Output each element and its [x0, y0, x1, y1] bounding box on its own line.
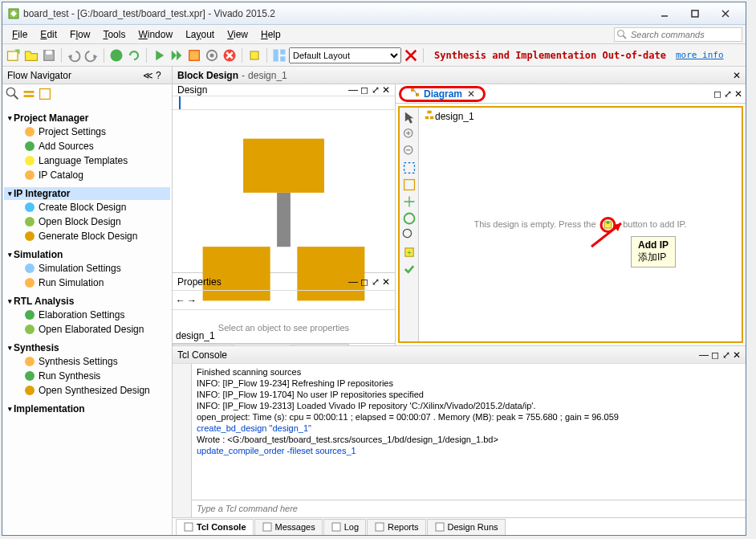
svg-point-74 — [404, 214, 414, 224]
help-icon[interactable]: ? — [156, 70, 167, 81]
log-line: Wrote : <G:/board_test/board_test.srcs/s… — [197, 434, 741, 445]
minimize-icon[interactable]: — — [348, 276, 358, 288]
nav-item[interactable]: Elaboration Settings — [4, 308, 170, 322]
menu-edit[interactable]: Edit — [34, 27, 63, 42]
nav-item[interactable]: Open Block Design — [4, 214, 170, 229]
cancel-run-icon[interactable] — [222, 47, 238, 63]
select-area-icon[interactable] — [402, 178, 417, 192]
maximize-icon[interactable]: ⤢ — [372, 276, 380, 288]
nav-item[interactable]: Project Settings — [4, 125, 170, 139]
gen-bitstream-icon[interactable] — [186, 47, 202, 63]
nav-item[interactable]: Add Sources — [4, 139, 170, 153]
ip-icon[interactable] — [246, 47, 262, 63]
search-commands[interactable] — [614, 27, 742, 42]
restore-icon[interactable]: ◻ — [360, 84, 368, 96]
zoom-fit-icon[interactable] — [402, 161, 417, 175]
menu-window[interactable]: Window — [132, 27, 179, 42]
nav-group[interactable]: ▾ Project Manager — [4, 112, 170, 125]
nav-group[interactable]: ▾ Simulation — [4, 248, 170, 261]
bottom-tab[interactable]: Tcl Console — [176, 519, 254, 535]
nav-item[interactable]: Run Simulation — [4, 276, 170, 290]
auto-fit-icon[interactable] — [402, 194, 417, 209]
minimize-button[interactable] — [649, 5, 680, 22]
nav-item[interactable]: Generate Block Design — [4, 229, 170, 243]
svg-point-39 — [25, 217, 35, 227]
menu-layout[interactable]: Layout — [179, 27, 221, 42]
menu-help[interactable]: Help — [254, 27, 287, 42]
expand-icon[interactable] — [38, 87, 52, 101]
tcl-log[interactable]: Finished scanning sourcesINFO: [IP_Flow … — [192, 364, 746, 500]
add-ip-icon[interactable]: + — [402, 245, 417, 259]
restore-icon[interactable]: ◻ — [711, 349, 719, 361]
maximize-icon[interactable]: ⤢ — [372, 84, 380, 96]
forward-icon[interactable]: → — [187, 295, 197, 306]
menu-flow[interactable]: Flow — [63, 27, 96, 42]
menu-view[interactable]: View — [221, 27, 254, 42]
nav-item[interactable]: Run Synthesis — [4, 369, 170, 383]
new-project-icon[interactable] — [6, 47, 22, 63]
close-icon[interactable]: ✕ — [382, 276, 390, 288]
bottom-tab[interactable]: Reports — [367, 519, 426, 535]
tcl-input[interactable] — [192, 500, 746, 517]
diagram-tab[interactable]: Diagram ✕ — [399, 86, 486, 102]
zoom-in-icon[interactable] — [402, 127, 417, 141]
close-button[interactable] — [710, 5, 741, 22]
diagram-canvas[interactable]: design_1 This design is empty. Press the… — [419, 108, 742, 341]
more-info-link[interactable]: more info — [676, 50, 724, 60]
minimize-icon[interactable]: — — [348, 84, 358, 96]
search-icon[interactable] — [402, 228, 417, 243]
nav-group[interactable]: ▾ Synthesis — [4, 341, 170, 354]
save-icon[interactable] — [41, 47, 57, 63]
nav-item[interactable]: Synthesis Settings — [4, 354, 170, 369]
close-icon[interactable]: ✕ — [733, 349, 741, 361]
menu-file[interactable]: File — [6, 27, 34, 42]
zoom-out-icon[interactable] — [402, 144, 417, 158]
nav-item[interactable]: Language Templates — [4, 153, 170, 168]
back-icon[interactable]: ← — [176, 295, 185, 306]
item-icon — [23, 169, 36, 182]
nav-group[interactable]: ▾ RTL Analysis — [4, 295, 170, 308]
tree-view-icon[interactable] — [179, 96, 181, 109]
undo-icon[interactable] — [66, 47, 82, 63]
open-icon[interactable] — [23, 47, 39, 63]
nav-item[interactable]: Open Synthesized Design — [4, 383, 170, 398]
nav-group[interactable]: ▾ Implementation — [4, 402, 170, 415]
add-ip-button[interactable] — [600, 217, 616, 233]
maximize-icon[interactable]: ⤢ — [724, 88, 732, 100]
close-icon[interactable]: ✕ — [733, 70, 741, 81]
minimize-icon[interactable]: — — [699, 349, 709, 361]
maximize-icon[interactable]: ⤢ — [722, 349, 730, 361]
close-icon[interactable]: ✕ — [382, 84, 390, 96]
search-icon[interactable] — [6, 87, 20, 101]
nav-item[interactable]: Open Elaborated Design — [4, 322, 170, 337]
app-window: board_test - [G:/board_test/board_test.x… — [2, 2, 746, 536]
pointer-icon[interactable] — [402, 110, 417, 125]
collapse-icon[interactable] — [22, 87, 36, 101]
search-input[interactable] — [614, 27, 742, 42]
restore-icon[interactable]: ◻ — [713, 88, 721, 100]
reset-layout-icon[interactable] — [403, 47, 419, 63]
nav-item[interactable]: IP Catalog — [4, 168, 170, 182]
prev-icon[interactable]: ≪ — [143, 70, 154, 81]
restore-icon[interactable]: ◻ — [360, 276, 368, 288]
refresh-icon[interactable] — [126, 47, 142, 63]
run-synth-icon[interactable] — [151, 47, 167, 63]
bottom-tab[interactable]: Messages — [254, 519, 323, 535]
project-summary-icon[interactable] — [108, 47, 124, 63]
close-icon[interactable]: ✕ — [734, 88, 742, 100]
redo-icon[interactable] — [83, 47, 100, 63]
layout-icon[interactable] — [271, 47, 287, 63]
nav-item[interactable]: Create Block Design — [4, 200, 170, 214]
bottom-tab[interactable]: Log — [323, 519, 366, 535]
maximize-button[interactable] — [680, 5, 710, 22]
menu-tools[interactable]: Tools — [96, 27, 132, 42]
bottom-tab[interactable]: Design Runs — [427, 519, 506, 535]
layout-select[interactable]: Default Layout — [289, 47, 401, 63]
regenerate-icon[interactable] — [402, 211, 417, 226]
validate-icon[interactable] — [402, 262, 417, 276]
close-tab-icon[interactable]: ✕ — [467, 88, 475, 100]
run-impl-icon[interactable] — [169, 47, 185, 63]
nav-item[interactable]: Simulation Settings — [4, 261, 170, 276]
settings-icon[interactable] — [204, 47, 220, 63]
nav-group[interactable]: ▾ IP Integrator — [4, 187, 170, 200]
